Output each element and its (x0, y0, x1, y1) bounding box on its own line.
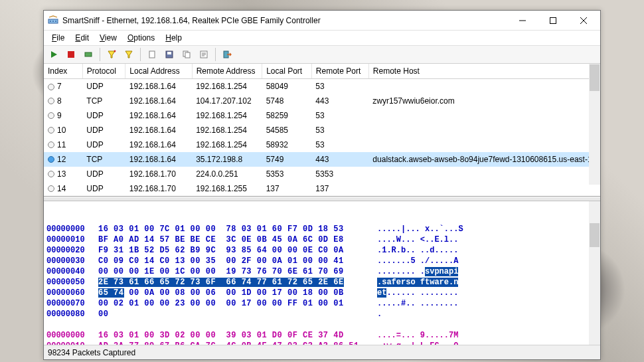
table-cell: UDP (82, 137, 125, 152)
table-cell: 192.168.1.64 (125, 94, 192, 108)
hex-ascii: .:w.g..| L.FG...Q (369, 341, 489, 345)
hex-ascii: .1.R.b.. ..d..... (369, 245, 489, 256)
table-cell: 8 (44, 94, 82, 108)
table-cell: 53 (311, 123, 368, 137)
menu-view[interactable]: View (94, 32, 122, 44)
hex-line[interactable]: 0000007000 02 01 00 00 23 00 00 00 17 00… (46, 298, 598, 309)
adapter-button[interactable] (81, 47, 96, 62)
hex-line[interactable]: 0000006065 74 00 0A 00 08 00 06 00 1D 00… (46, 288, 598, 298)
minimize-button[interactable] (507, 11, 538, 30)
new-button[interactable] (145, 47, 159, 62)
table-row[interactable]: 7UDP192.168.1.64192.168.1.2545804953 (44, 79, 600, 94)
hex-pane[interactable]: 0000000016 03 01 00 7C 01 00 00 78 03 01… (44, 201, 600, 345)
table-cell: UDP (82, 79, 125, 94)
hex-bytes: 00 00 00 1E 00 1C 00 00 19 73 76 70 6E 6… (98, 266, 369, 277)
column-header-index[interactable]: Index (44, 64, 82, 79)
splitter[interactable] (44, 197, 600, 201)
hex-ascii: . (369, 309, 489, 319)
copy-button[interactable] (179, 47, 194, 62)
save-button[interactable] (162, 47, 177, 62)
table-row[interactable]: 11UDP192.168.1.64192.168.1.2545893253 (44, 137, 600, 152)
hex-addr: 00000020 (46, 245, 98, 256)
table-cell: 443 (311, 152, 368, 167)
hex-ascii: .....#.. ........ (369, 298, 489, 309)
table-cell: 224.0.0.251 (192, 167, 262, 181)
svg-point-3 (55, 21, 56, 22)
status-text: 98234 Packets Captured (48, 348, 135, 357)
hex-line[interactable]: 00000020F9 31 1B 52 D5 62 B9 9C 93 85 64… (46, 245, 598, 256)
table-cell: zwyr157wwiu6eior.com (368, 94, 600, 108)
row-status-icon (48, 141, 54, 148)
hex-bytes: C0 09 C0 14 C0 13 00 35 00 2F 00 0A 01 0… (98, 256, 369, 266)
stop-button[interactable] (64, 47, 78, 62)
table-cell: 53 (311, 108, 368, 123)
hex-addr: 00000000 (46, 224, 98, 234)
row-status-icon (48, 185, 54, 192)
table-cell: 14 (44, 181, 82, 196)
hex-line[interactable]: 0000008000. (46, 309, 598, 319)
row-status-icon (48, 171, 54, 177)
exit-button[interactable] (220, 47, 234, 62)
toolbar-sep (100, 48, 100, 61)
hex-line[interactable]: 00000010AD 3A 77 89 67 B6 CA 7C 4C 0B 4E… (46, 341, 598, 345)
table-cell: 192.168.1.64 (125, 108, 192, 123)
table-cell (368, 167, 600, 181)
menu-options[interactable]: Options (122, 32, 160, 44)
table-row[interactable]: 12TCP192.168.1.6435.172.198.85749443dual… (44, 152, 600, 167)
filter-clear-button[interactable] (104, 47, 119, 62)
table-row[interactable]: 10UDP192.168.1.64192.168.1.2545458553 (44, 123, 600, 137)
hex-ascii: .......5 ./.....A (369, 256, 489, 266)
scroll-thumb[interactable] (590, 223, 600, 247)
scroll-thumb[interactable] (590, 64, 600, 91)
table-cell: 192.168.1.254 (192, 79, 262, 94)
column-header-lport[interactable]: Local Port (262, 64, 312, 79)
menu-file[interactable]: File (46, 32, 70, 44)
filter-button[interactable] (121, 47, 136, 62)
table-cell: 5353 (311, 167, 368, 181)
hex-line[interactable]: 0000000016 03 01 00 3D 02 00 00 39 03 01… (46, 330, 598, 341)
table-row[interactable]: 8TCP192.168.1.64104.17.207.1025748443zwy… (44, 94, 600, 108)
hex-ascii: .saferso ftware.n (369, 277, 489, 288)
table-cell: 192.168.1.254 (192, 123, 262, 137)
maximize-button[interactable] (538, 11, 568, 30)
hex-addr: 00000030 (46, 256, 98, 266)
hex-vscrollbar[interactable] (589, 201, 600, 345)
titlebar[interactable]: SmartSniff - Ethernet, 192.168.1.64, Rea… (44, 11, 600, 31)
table-cell: 54585 (262, 123, 312, 137)
table-cell: 35.172.198.8 (192, 152, 262, 167)
row-status-icon (48, 156, 54, 163)
menu-help[interactable]: Help (160, 32, 187, 44)
hex-addr: 00000050 (46, 277, 98, 288)
table-row[interactable]: 14UDP192.168.1.70192.168.1.255137137 (44, 181, 600, 196)
table-cell: 5353 (262, 167, 312, 181)
hex-bytes: 2E 73 61 66 65 72 73 6F 66 74 77 61 72 6… (98, 277, 369, 288)
table-row[interactable]: 13UDP192.168.1.70224.0.0.25153535353 (44, 167, 600, 181)
svg-rect-12 (185, 52, 190, 58)
table-cell: 11 (44, 137, 82, 152)
table-row[interactable]: 9UDP192.168.1.64192.168.1.2545825953 (44, 108, 600, 123)
column-header-rport[interactable]: Remote Port (311, 64, 368, 79)
column-header-proto[interactable]: Protocol (82, 64, 125, 79)
svg-point-2 (52, 21, 54, 22)
close-button[interactable] (568, 11, 599, 30)
table-cell: 58932 (262, 137, 312, 152)
properties-button[interactable] (197, 47, 211, 62)
hex-bytes: BF A0 AD 14 57 BE BE CE 3C 0E 0B 45 0A 6… (98, 234, 369, 245)
table-cell: 192.168.1.255 (192, 181, 262, 196)
svg-point-1 (50, 21, 51, 22)
column-header-raddr[interactable]: Remote Address (192, 64, 262, 79)
menu-edit[interactable]: Edit (70, 32, 94, 44)
table-vscrollbar[interactable] (589, 64, 600, 185)
hex-line[interactable]: 00000030C0 09 C0 14 C0 13 00 35 00 2F 00… (46, 256, 598, 266)
column-header-laddr[interactable]: Local Address (125, 64, 192, 79)
column-header-rhost[interactable]: Remote Host (368, 64, 600, 79)
hex-bytes: 00 02 01 00 00 23 00 00 00 17 00 00 FF 0… (98, 298, 369, 309)
table-cell: 192.168.1.254 (192, 137, 262, 152)
hex-line[interactable]: 00000010BF A0 AD 14 57 BE BE CE 3C 0E 0B… (46, 234, 598, 245)
hex-line[interactable]: 0000004000 00 00 1E 00 1C 00 00 19 73 76… (46, 266, 598, 277)
hex-line[interactable]: 0000000016 03 01 00 7C 01 00 00 78 03 01… (46, 224, 598, 234)
hex-line[interactable]: 000000502E 73 61 66 65 72 73 6F 66 74 77… (46, 277, 598, 288)
play-button[interactable] (46, 47, 61, 62)
toolbar-sep (140, 48, 141, 61)
table-cell: 192.168.1.70 (125, 181, 192, 196)
